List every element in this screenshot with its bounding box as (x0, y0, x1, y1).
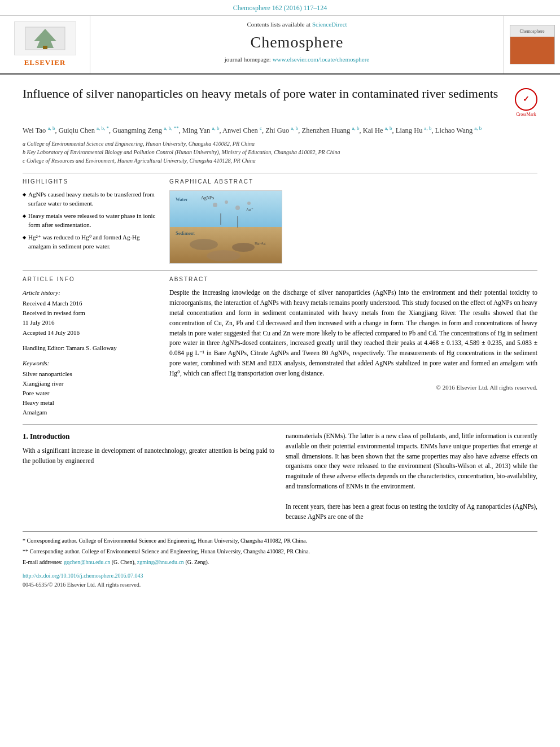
footnote-star1: * Corresponding author. College of Envir… (23, 536, 537, 545)
copyright-line: © 2016 Elsevier Ltd. All rights reserved… (169, 383, 537, 392)
divider-mid (23, 270, 537, 271)
doi-section: http://dx.doi.org/10.1016/j.chemosphere.… (23, 572, 537, 589)
revised-date: 11 July 2016 (23, 318, 158, 327)
journal-cover-thumb: Chemosphere (504, 16, 560, 73)
article-info-content: Article history: Received 4 March 2016 R… (23, 288, 158, 417)
introduction-section: 1. Introduction With a significant incre… (23, 431, 537, 522)
footnotes-section: * Corresponding author. College of Envir… (23, 531, 537, 566)
abstract-text: Despite the increasing knowledge on the … (169, 288, 537, 378)
history-label: Article history: (23, 288, 158, 298)
email-line: E-mail addresses: gqchen@hnu.edu.cn (G. … (23, 558, 537, 566)
svg-rect-2 (43, 46, 47, 49)
svg-text:Hg-Ag: Hg-Ag (255, 241, 266, 246)
intro-para1: With a significant increase in developme… (23, 446, 274, 466)
abstract-header: ABSTRACT (169, 276, 537, 283)
keyword-4: Heavy metal (23, 398, 158, 408)
svg-point-13 (207, 250, 240, 261)
keyword-2: Xiangjiang river (23, 379, 158, 388)
article-title: Influence of silver nanoparticles on hea… (23, 86, 509, 102)
intro-section-title: 1. Introduction (23, 431, 274, 442)
highlights-header: HIGHLIGHTS (23, 178, 158, 186)
issn-line: 0045-6535/© 2016 Elsevier Ltd. All right… (23, 581, 537, 589)
intro-para2: nanomaterials (ENMs). The latter is a ne… (286, 431, 537, 492)
abstract-col: ABSTRACT Despite the increasing knowledg… (169, 276, 537, 417)
svg-point-6 (225, 200, 228, 204)
homepage-url[interactable]: www.elsevier.com/locate/chemosphere (273, 56, 370, 63)
affil-c: c College of Resources and Environment, … (23, 156, 537, 165)
highlights-graphical-section: HIGHLIGHTS AgNPs caused heavy metals to … (23, 178, 537, 264)
crossmark-badge-area: ✓ CrossMark (515, 88, 537, 117)
citation-bar: Chemosphere 162 (2016) 117–124 (0, 0, 560, 16)
keyword-1: Silver nanoparticles (23, 369, 158, 379)
elsevier-logo: ELSEVIER (14, 21, 76, 68)
accepted-date: Accepted 14 July 2016 (23, 328, 158, 338)
intro-right: nanomaterials (ENMs). The latter is a ne… (286, 431, 537, 522)
highlight-item-3: Hg²⁺ was reduced to Hg⁰ and formed Ag-Hg… (23, 233, 158, 251)
footnote-star2: ** Corresponding author. College of Envi… (23, 547, 537, 556)
main-content: Influence of silver nanoparticles on hea… (0, 75, 560, 600)
highlights-list: AgNPs caused heavy metals to be transfer… (23, 190, 158, 251)
sciencedirect-link[interactable]: ScienceDirect (312, 21, 347, 28)
keyword-3: Pore water (23, 388, 158, 398)
intro-para3: In recent years, there has been a great … (286, 502, 537, 522)
elsevier-tree-img (14, 21, 76, 55)
graphical-abstract-col: GRAPHICAL ABSTRACT Water Sediment (169, 178, 537, 264)
svg-text:Sediment: Sediment (176, 230, 195, 236)
graphical-abstract-image: Water Sediment AgNPs Ag⁺ (169, 190, 282, 264)
svg-point-7 (235, 206, 240, 210)
authors-line: Wei Tao a, b, Guiqiu Chen a, b, *, Guang… (23, 124, 537, 136)
svg-text:AgNPs: AgNPs (201, 195, 214, 200)
article-info-header: ARTICLE INFO (23, 276, 158, 283)
revised-label: Received in revised form (23, 308, 158, 318)
highlight-item-1: AgNPs caused heavy metals to be transfer… (23, 190, 158, 208)
crossmark-icon: ✓ (515, 88, 537, 111)
homepage-line: journal homepage: www.elsevier.com/locat… (96, 55, 498, 64)
email1-link[interactable]: gqchen@hnu.edu.cn (64, 559, 110, 565)
cover-image: Chemosphere (510, 25, 555, 64)
divider-before-body (23, 424, 537, 425)
article-info-col: ARTICLE INFO Article history: Received 4… (23, 276, 158, 417)
svg-point-8 (247, 202, 251, 205)
highlight-item-2: Heavy metals were released to water phas… (23, 212, 158, 230)
graphical-abstract-svg: Water Sediment AgNPs Ag⁺ (170, 191, 282, 264)
elsevier-brand-name: ELSEVIER (14, 58, 76, 68)
affiliations: a College of Environmental Science and E… (23, 139, 537, 165)
svg-point-12 (232, 243, 255, 252)
journal-header: ELSEVIER Contents lists available at Sci… (0, 16, 560, 75)
keyword-5: Amalgam (23, 408, 158, 417)
svg-point-5 (213, 203, 217, 207)
svg-point-11 (190, 239, 218, 250)
divider-after-affiliations (23, 173, 537, 173)
highlights-col: HIGHLIGHTS AgNPs caused heavy metals to … (23, 178, 158, 264)
article-title-section: Influence of silver nanoparticles on hea… (23, 86, 537, 117)
elsevier-logo-area: ELSEVIER (0, 16, 90, 73)
info-abstract-section: ARTICLE INFO Article history: Received 4… (23, 276, 537, 417)
email2-link[interactable]: zgming@hnu.edu.cn (137, 559, 184, 565)
graphical-abstract-header: GRAPHICAL ABSTRACT (169, 178, 537, 186)
doi-link[interactable]: http://dx.doi.org/10.1016/j.chemosphere.… (23, 572, 537, 580)
journal-info-center: Contents lists available at ScienceDirec… (90, 16, 504, 73)
affil-b: b Key Laboratory of Environmental Biolog… (23, 148, 537, 156)
received-date: Received 4 March 2016 (23, 299, 158, 308)
keywords-label: Keywords: (23, 359, 158, 368)
svg-text:Ag⁺: Ag⁺ (246, 207, 253, 212)
intro-left: 1. Introduction With a significant incre… (23, 431, 274, 522)
handling-editor: Handling Editor: Tamara S. Galloway (23, 343, 158, 353)
svg-text:Water: Water (176, 196, 187, 202)
citation-text: Chemosphere 162 (2016) 117–124 (233, 4, 327, 12)
sciencedirect-line: Contents lists available at ScienceDirec… (96, 20, 498, 29)
journal-title: Chemosphere (96, 31, 498, 53)
affil-a: a College of Environmental Science and E… (23, 139, 537, 148)
